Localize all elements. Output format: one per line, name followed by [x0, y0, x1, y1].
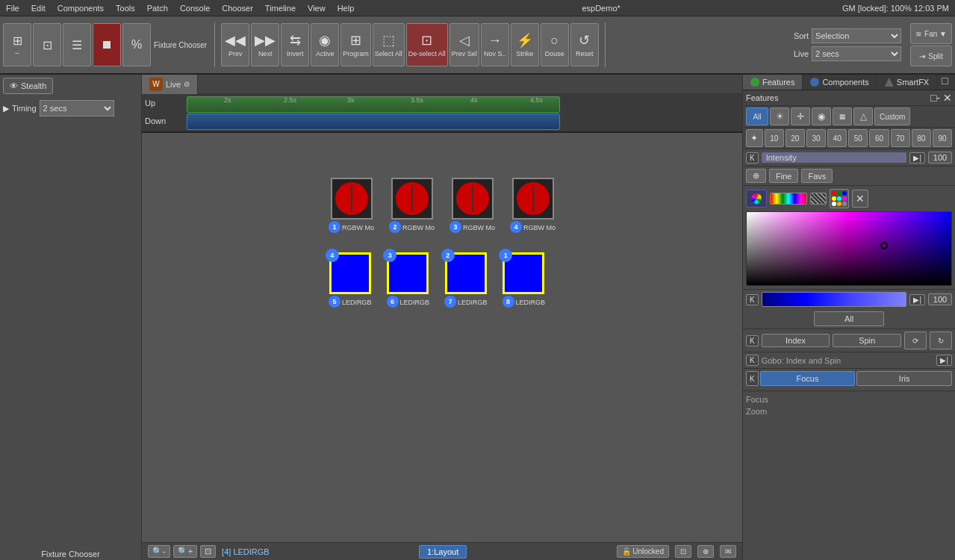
fixture-box-4[interactable]	[512, 178, 554, 220]
color-x-btn[interactable]: ✕	[852, 190, 868, 208]
menu-edit[interactable]: Edit	[25, 2, 52, 14]
menu-chooser[interactable]: Chooser	[216, 2, 259, 14]
favs-btn[interactable]: Favs	[801, 169, 833, 183]
spin-btn[interactable]: Spin	[833, 334, 901, 347]
num-70-btn[interactable]: 70	[891, 129, 910, 147]
nov-s-btn[interactable]: → Nov S..	[481, 23, 509, 66]
record-btn[interactable]: ⏹	[93, 23, 121, 66]
feat-sun-btn[interactable]: ☀	[770, 108, 789, 125]
intensity-arrow-btn[interactable]: ▶|	[909, 152, 925, 164]
index-k-btn[interactable]: K	[746, 335, 759, 346]
tab-smartfx[interactable]: SmartFX	[877, 75, 937, 90]
num-80-btn[interactable]: 80	[912, 129, 931, 147]
menu-help[interactable]: Help	[332, 2, 361, 14]
menu-tools[interactable]: Tools	[110, 2, 141, 14]
fixture-box-6[interactable]: 3	[387, 252, 429, 294]
gobo-arrow-btn[interactable]: ▶|	[936, 355, 952, 366]
strike-btn[interactable]: ⚡ Strike	[511, 23, 539, 66]
prev-sel-btn[interactable]: ◁ Prev Sel	[449, 23, 479, 66]
active-btn[interactable]: ◉ Active	[311, 23, 339, 66]
hue-slider[interactable]	[762, 292, 907, 307]
fine-btn[interactable]: Fine	[769, 169, 798, 183]
fixture-box-5[interactable]: 4	[329, 252, 371, 294]
timing-select[interactable]: 2 secs	[40, 100, 114, 116]
color-grid-icon[interactable]	[810, 193, 827, 205]
marquee-btn[interactable]: ⊡	[675, 545, 691, 558]
feat-cross-btn[interactable]: ✛	[791, 108, 810, 125]
next-btn[interactable]: ▶▶ Next	[251, 23, 279, 66]
feat-circle-btn[interactable]: ◉	[812, 108, 831, 125]
tab-features[interactable]: Features	[743, 75, 803, 90]
zoom-out-btn[interactable]: 🔍-	[148, 545, 170, 558]
hue-k-btn[interactable]: K	[746, 294, 759, 305]
color-dots-btn[interactable]	[830, 189, 849, 208]
layout-tab-btn[interactable]: 1:Layout	[419, 545, 467, 559]
list-view-btn[interactable]: ☰	[63, 23, 91, 66]
color-picker[interactable]	[746, 211, 952, 286]
focus-tab-btn[interactable]: Focus	[760, 371, 856, 386]
gobo-k-btn[interactable]: K	[746, 355, 759, 366]
index-btn[interactable]: Index	[762, 334, 830, 347]
zoom-fit-btn[interactable]: ⊡	[200, 545, 216, 558]
color-rainbow-btn[interactable]	[770, 193, 807, 205]
reset-btn[interactable]: ↺ Reset	[570, 23, 599, 66]
unlocked-btn[interactable]: 🔓 Unlocked	[617, 545, 669, 558]
num-40-btn[interactable]: 40	[827, 129, 847, 147]
timeline-tab-close[interactable]: ⊘	[184, 80, 190, 88]
select-all-btn[interactable]: ⬚ Select All	[373, 23, 405, 66]
fixture-box-1[interactable]	[331, 178, 373, 220]
deselect-all-btn[interactable]: ⊡ De-select All	[406, 23, 448, 66]
feat-asterisk-btn[interactable]: ✦	[746, 129, 763, 147]
fan-btn[interactable]: ≋ Fan ▼	[910, 23, 952, 44]
stealth-btn[interactable]: 👁 Stealth	[3, 78, 53, 94]
features-bar-expand[interactable]: □-	[930, 92, 940, 104]
iris-tab-btn[interactable]: Iris	[856, 371, 952, 386]
menu-view[interactable]: View	[302, 2, 332, 14]
feat-all-btn[interactable]: All	[746, 108, 768, 125]
lasso-btn[interactable]: ⊗	[697, 545, 714, 558]
grid-view-btn[interactable]: ⊡	[33, 23, 61, 66]
num-60-btn[interactable]: 60	[869, 129, 889, 147]
zoom-in-btn[interactable]: 🔍+	[173, 545, 197, 558]
hue-arrow-btn[interactable]: ▶|	[909, 294, 925, 305]
menu-file[interactable]: File	[0, 2, 25, 14]
split-btn[interactable]: ⇥ Split	[910, 46, 952, 66]
feat-color-btn[interactable]: ▦	[833, 108, 852, 125]
timeline-tab-live[interactable]: W Live ⊘	[142, 75, 198, 94]
knob-icon-btn[interactable]: ⊕	[746, 169, 766, 183]
menu-console[interactable]: Console	[174, 2, 216, 14]
features-bar-close[interactable]: ✕	[943, 92, 952, 104]
menu-timeline[interactable]: Timeline	[259, 2, 302, 14]
panel-expand-btn[interactable]: □	[937, 75, 952, 90]
num-50-btn[interactable]: 50	[848, 129, 868, 147]
fixture-box-7[interactable]: 2	[445, 252, 487, 294]
num-30-btn[interactable]: 30	[806, 129, 826, 147]
index-spin-icon1[interactable]: ⟳	[904, 332, 927, 349]
feat-triangle-btn[interactable]: △	[853, 108, 873, 125]
num-90-btn[interactable]: 90	[933, 129, 952, 147]
fixture-chooser-icon-btn[interactable]: ⊞ ↔	[3, 23, 31, 66]
invert-btn[interactable]: ⇆ Invert	[281, 23, 309, 66]
douse-btn[interactable]: ○ Douse	[541, 23, 569, 66]
focus-iris-k-btn[interactable]: K	[746, 371, 759, 386]
prev-btn[interactable]: ◀◀ Prev	[221, 23, 249, 66]
intensity-k-btn[interactable]: K	[746, 152, 759, 164]
mail-btn[interactable]: ✉	[720, 545, 736, 558]
program-btn[interactable]: ⊞ Program	[340, 23, 371, 66]
menu-components[interactable]: Components	[52, 2, 110, 14]
stage-canvas[interactable]: 1 RGBW Mo 2 RGBW Mo	[142, 133, 742, 542]
feat-custom-btn[interactable]: Custom	[874, 108, 910, 125]
index-spin-icon2[interactable]: ↻	[930, 332, 952, 349]
fixture-box-2[interactable]	[391, 178, 433, 220]
num-20-btn[interactable]: 20	[786, 129, 805, 147]
percent-btn[interactable]: %	[122, 23, 151, 66]
sort-select[interactable]: Selection	[812, 28, 901, 43]
tab-components[interactable]: Components	[803, 75, 877, 90]
menu-patch[interactable]: Patch	[141, 2, 174, 14]
fixture-box-8[interactable]: 1	[503, 252, 544, 294]
color-circle-btn[interactable]	[746, 190, 767, 208]
fixture-box-3[interactable]	[452, 178, 494, 220]
num-10-btn[interactable]: 10	[765, 129, 784, 147]
live-select[interactable]: 2 secs	[812, 46, 901, 61]
all-btn[interactable]: All	[814, 311, 884, 326]
